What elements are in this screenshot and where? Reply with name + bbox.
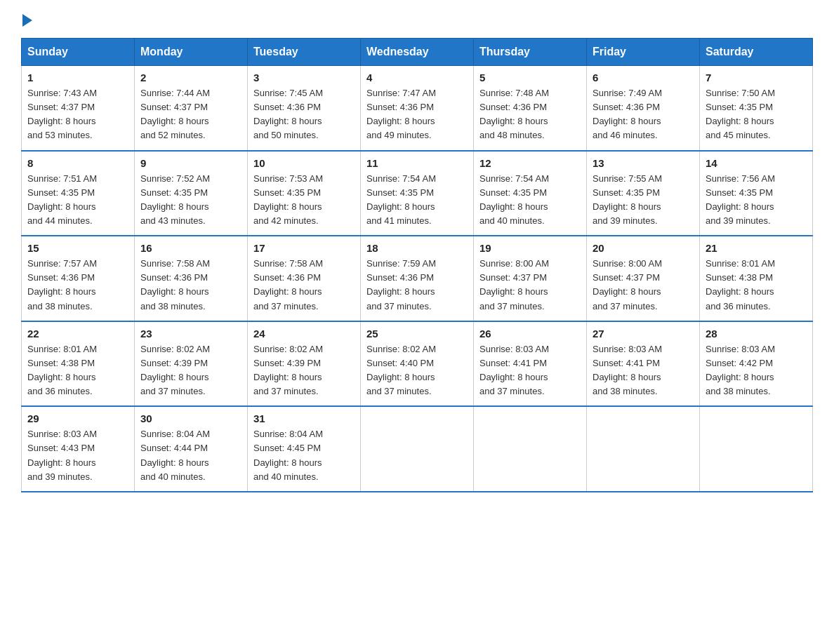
header-day-friday: Friday: [587, 39, 700, 66]
day-info: Sunrise: 8:02 AM Sunset: 4:39 PM Dayligh…: [253, 342, 355, 399]
day-number: 20: [593, 242, 694, 254]
calendar-cell: 21 Sunrise: 8:01 AM Sunset: 4:38 PM Dayl…: [700, 236, 813, 321]
calendar-cell: 27 Sunrise: 8:03 AM Sunset: 4:41 PM Dayl…: [587, 321, 700, 407]
calendar-cell: 11 Sunrise: 7:54 AM Sunset: 4:35 PM Dayl…: [361, 151, 474, 236]
header-day-monday: Monday: [135, 39, 248, 66]
calendar-cell: [474, 406, 587, 492]
day-number: 10: [253, 157, 355, 169]
calendar-cell: 9 Sunrise: 7:52 AM Sunset: 4:35 PM Dayli…: [135, 151, 248, 236]
day-info: Sunrise: 7:48 AM Sunset: 4:36 PM Dayligh…: [479, 86, 581, 143]
calendar-cell: 2 Sunrise: 7:44 AM Sunset: 4:37 PM Dayli…: [135, 66, 248, 151]
day-number: 25: [366, 328, 468, 340]
day-number: 13: [593, 157, 694, 169]
calendar-cell: 1 Sunrise: 7:43 AM Sunset: 4:37 PM Dayli…: [22, 66, 135, 151]
logo-text: [21, 14, 34, 27]
day-info: Sunrise: 7:54 AM Sunset: 4:35 PM Dayligh…: [366, 172, 468, 229]
day-number: 3: [253, 72, 355, 83]
day-info: Sunrise: 7:58 AM Sunset: 4:36 PM Dayligh…: [253, 257, 355, 314]
day-info: Sunrise: 8:03 AM Sunset: 4:43 PM Dayligh…: [27, 427, 128, 484]
header-day-tuesday: Tuesday: [248, 39, 361, 66]
page-header: [21, 14, 813, 24]
day-info: Sunrise: 7:56 AM Sunset: 4:35 PM Dayligh…: [706, 172, 807, 229]
day-info: Sunrise: 8:00 AM Sunset: 4:37 PM Dayligh…: [479, 257, 581, 314]
header-day-wednesday: Wednesday: [361, 39, 474, 66]
calendar-cell: 16 Sunrise: 7:58 AM Sunset: 4:36 PM Dayl…: [135, 236, 248, 321]
day-number: 2: [140, 72, 241, 83]
calendar-cell: 6 Sunrise: 7:49 AM Sunset: 4:36 PM Dayli…: [587, 66, 700, 151]
day-number: 11: [366, 157, 468, 169]
day-number: 21: [706, 242, 807, 254]
day-number: 24: [253, 328, 355, 340]
day-info: Sunrise: 7:49 AM Sunset: 4:36 PM Dayligh…: [593, 86, 694, 143]
day-info: Sunrise: 7:50 AM Sunset: 4:35 PM Dayligh…: [706, 86, 807, 143]
calendar-cell: 24 Sunrise: 8:02 AM Sunset: 4:39 PM Dayl…: [248, 321, 361, 407]
header-day-thursday: Thursday: [474, 39, 587, 66]
header-day-sunday: Sunday: [22, 39, 135, 66]
calendar-cell: 4 Sunrise: 7:47 AM Sunset: 4:36 PM Dayli…: [361, 66, 474, 151]
day-info: Sunrise: 8:04 AM Sunset: 4:45 PM Dayligh…: [253, 427, 355, 484]
day-number: 18: [366, 242, 468, 254]
calendar-cell: 7 Sunrise: 7:50 AM Sunset: 4:35 PM Dayli…: [700, 66, 813, 151]
calendar-week-3: 15 Sunrise: 7:57 AM Sunset: 4:36 PM Dayl…: [22, 236, 813, 321]
day-info: Sunrise: 7:43 AM Sunset: 4:37 PM Dayligh…: [27, 86, 128, 143]
day-info: Sunrise: 8:03 AM Sunset: 4:42 PM Dayligh…: [706, 342, 807, 399]
day-number: 7: [706, 72, 807, 83]
day-number: 14: [706, 157, 807, 169]
calendar-cell: 18 Sunrise: 7:59 AM Sunset: 4:36 PM Dayl…: [361, 236, 474, 321]
calendar-cell: [587, 406, 700, 492]
day-number: 22: [27, 328, 128, 340]
day-number: 15: [27, 242, 128, 254]
calendar-cell: 31 Sunrise: 8:04 AM Sunset: 4:45 PM Dayl…: [248, 406, 361, 492]
day-number: 5: [479, 72, 581, 83]
day-number: 6: [593, 72, 694, 83]
calendar-cell: [361, 406, 474, 492]
calendar-cell: 5 Sunrise: 7:48 AM Sunset: 4:36 PM Dayli…: [474, 66, 587, 151]
calendar-cell: 8 Sunrise: 7:51 AM Sunset: 4:35 PM Dayli…: [22, 151, 135, 236]
day-info: Sunrise: 8:03 AM Sunset: 4:41 PM Dayligh…: [479, 342, 581, 399]
day-info: Sunrise: 8:00 AM Sunset: 4:37 PM Dayligh…: [593, 257, 694, 314]
calendar-cell: 28 Sunrise: 8:03 AM Sunset: 4:42 PM Dayl…: [700, 321, 813, 407]
day-number: 31: [253, 412, 355, 424]
calendar-cell: 15 Sunrise: 7:57 AM Sunset: 4:36 PM Dayl…: [22, 236, 135, 321]
calendar-cell: 20 Sunrise: 8:00 AM Sunset: 4:37 PM Dayl…: [587, 236, 700, 321]
day-info: Sunrise: 8:02 AM Sunset: 4:39 PM Dayligh…: [140, 342, 241, 399]
day-number: 19: [479, 242, 581, 254]
day-info: Sunrise: 7:47 AM Sunset: 4:36 PM Dayligh…: [366, 86, 468, 143]
day-number: 16: [140, 242, 241, 254]
calendar-week-2: 8 Sunrise: 7:51 AM Sunset: 4:35 PM Dayli…: [22, 151, 813, 236]
calendar-cell: 19 Sunrise: 8:00 AM Sunset: 4:37 PM Dayl…: [474, 236, 587, 321]
calendar-cell: 10 Sunrise: 7:53 AM Sunset: 4:35 PM Dayl…: [248, 151, 361, 236]
calendar-week-1: 1 Sunrise: 7:43 AM Sunset: 4:37 PM Dayli…: [22, 66, 813, 151]
header-day-saturday: Saturday: [700, 39, 813, 66]
calendar-cell: 23 Sunrise: 8:02 AM Sunset: 4:39 PM Dayl…: [135, 321, 248, 407]
calendar-cell: 30 Sunrise: 8:04 AM Sunset: 4:44 PM Dayl…: [135, 406, 248, 492]
day-info: Sunrise: 7:57 AM Sunset: 4:36 PM Dayligh…: [27, 257, 128, 314]
calendar-cell: 13 Sunrise: 7:55 AM Sunset: 4:35 PM Dayl…: [587, 151, 700, 236]
day-info: Sunrise: 8:01 AM Sunset: 4:38 PM Dayligh…: [27, 342, 128, 399]
day-number: 26: [479, 328, 581, 340]
day-info: Sunrise: 7:58 AM Sunset: 4:36 PM Dayligh…: [140, 257, 241, 314]
day-info: Sunrise: 7:59 AM Sunset: 4:36 PM Dayligh…: [366, 257, 468, 314]
calendar-cell: 12 Sunrise: 7:54 AM Sunset: 4:35 PM Dayl…: [474, 151, 587, 236]
day-info: Sunrise: 7:55 AM Sunset: 4:35 PM Dayligh…: [593, 172, 694, 229]
day-number: 27: [593, 328, 694, 340]
calendar-cell: 25 Sunrise: 8:02 AM Sunset: 4:40 PM Dayl…: [361, 321, 474, 407]
day-info: Sunrise: 8:04 AM Sunset: 4:44 PM Dayligh…: [140, 427, 241, 484]
calendar-body: 1 Sunrise: 7:43 AM Sunset: 4:37 PM Dayli…: [22, 66, 813, 492]
day-info: Sunrise: 7:52 AM Sunset: 4:35 PM Dayligh…: [140, 172, 241, 229]
logo-triangle-icon: [22, 14, 32, 27]
day-info: Sunrise: 8:01 AM Sunset: 4:38 PM Dayligh…: [706, 257, 807, 314]
calendar-cell: 26 Sunrise: 8:03 AM Sunset: 4:41 PM Dayl…: [474, 321, 587, 407]
day-number: 9: [140, 157, 241, 169]
day-number: 1: [27, 72, 128, 83]
day-number: 23: [140, 328, 241, 340]
day-info: Sunrise: 7:53 AM Sunset: 4:35 PM Dayligh…: [253, 172, 355, 229]
day-number: 12: [479, 157, 581, 169]
calendar-cell: 14 Sunrise: 7:56 AM Sunset: 4:35 PM Dayl…: [700, 151, 813, 236]
calendar-cell: [700, 406, 813, 492]
day-info: Sunrise: 8:03 AM Sunset: 4:41 PM Dayligh…: [593, 342, 694, 399]
day-number: 4: [366, 72, 468, 83]
logo: [21, 14, 34, 24]
calendar-week-4: 22 Sunrise: 8:01 AM Sunset: 4:38 PM Dayl…: [22, 321, 813, 407]
day-info: Sunrise: 7:45 AM Sunset: 4:36 PM Dayligh…: [253, 86, 355, 143]
